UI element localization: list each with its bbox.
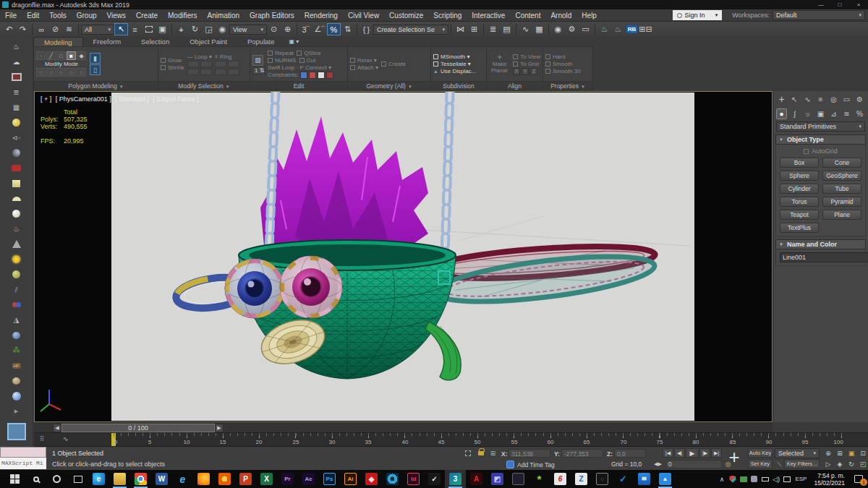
maxscript-mini-listener-white[interactable]: MAXScript Mi — [0, 458, 46, 469]
object-name-field[interactable] — [780, 252, 868, 262]
helpers-category-icon[interactable]: ⊿ — [828, 108, 839, 119]
large-plus-icon[interactable]: + — [722, 448, 746, 468]
sign-in-button[interactable]: Sign In▾ — [673, 10, 723, 20]
check-app-icon[interactable]: ✓ — [613, 470, 634, 488]
space-warps-category-icon[interactable]: ≋ — [841, 108, 852, 119]
layer-manager-icon[interactable]: ≣ — [486, 23, 500, 35]
menu-customize[interactable]: Customize — [384, 12, 428, 20]
photos-app-icon[interactable]: ▲ — [655, 470, 676, 488]
render-production-icon[interactable]: ♨ — [597, 23, 611, 35]
vertex-mode-icon[interactable]: · — [36, 51, 46, 60]
maximize-button[interactable]: □ — [830, 0, 849, 9]
panel-title-modify-selection[interactable]: Modify Selection▼ — [158, 81, 250, 90]
powerpoint-icon[interactable]: P — [235, 470, 256, 488]
geosphere-button[interactable]: GeoSphere — [822, 171, 861, 181]
menu-content[interactable]: Content — [510, 12, 545, 20]
tan-rock-icon[interactable] — [7, 373, 26, 388]
display-tab-icon[interactable]: ▭ — [841, 94, 852, 105]
ring-button[interactable]: ≡ Ring — [215, 53, 239, 60]
shapes-category-icon[interactable]: ∫ — [789, 108, 800, 119]
blue-ring-app-icon[interactable] — [382, 470, 403, 488]
cut-button[interactable]: Cut — [307, 57, 315, 64]
menu-create[interactable]: Create — [131, 12, 163, 20]
menu-edit[interactable]: Edit — [22, 12, 44, 20]
grid-panel-icon[interactable]: ▦ — [7, 100, 26, 115]
panel-collapse-arrow-icon[interactable]: ▶ — [7, 403, 26, 419]
edge-mode-icon[interactable]: ╱ — [46, 51, 56, 60]
panel-title-subdivision[interactable]: Subdivision — [431, 81, 486, 90]
menu-file[interactable]: File — [0, 12, 22, 20]
play-button[interactable]: ▶ — [686, 448, 699, 458]
grass-icon[interactable]: ⁂ — [7, 343, 26, 358]
start-button[interactable] — [4, 470, 25, 488]
pin-stack-icon[interactable]: ▮ — [90, 53, 101, 64]
menu-views[interactable]: Views — [102, 12, 132, 20]
qslice-button[interactable]: QSlice — [304, 50, 321, 56]
menu-rendering[interactable]: Rendering — [299, 12, 343, 20]
repeat-button[interactable]: Repeat — [275, 50, 294, 56]
pyramid-button[interactable]: Pyramid — [822, 197, 861, 207]
zoom-extents-icon[interactable]: ▣ — [846, 448, 856, 458]
media-player-icon[interactable] — [214, 470, 235, 488]
material-editor-icon[interactable]: ◉ — [551, 23, 565, 35]
notification-center-button[interactable]: 1 — [849, 470, 868, 488]
pm-tool-icon-1[interactable]: ◌ — [36, 68, 46, 77]
schematic-view-icon[interactable]: ▦ — [532, 23, 546, 35]
box-primitive-icon[interactable] — [7, 176, 26, 191]
track-bar-dots-icon[interactable]: ⠿ — [40, 435, 45, 442]
select-and-link-icon[interactable]: ∞ — [35, 23, 48, 35]
shrink-button[interactable]: Shrink — [161, 64, 184, 71]
preserve-uvs-icon[interactable]: ▧ — [252, 55, 263, 66]
align-icon[interactable]: ⊞ — [467, 23, 481, 35]
cameras-category-icon[interactable]: ▣ — [815, 108, 826, 119]
swift-loop-button[interactable]: Swift Loop — [268, 64, 294, 71]
dark-circle-app-icon[interactable] — [508, 470, 529, 488]
select-and-scale-icon[interactable]: ◲ — [202, 23, 216, 35]
viewport-shading-menu[interactable]: [ Standard ] — [115, 95, 149, 103]
3ds-max-icon[interactable]: 3 — [445, 470, 466, 488]
menu-help[interactable]: Help — [576, 12, 602, 20]
cylinder-button[interactable]: Cylinder — [780, 184, 819, 194]
element-mode-icon[interactable]: ◆ — [77, 51, 86, 60]
render-gallery-icon[interactable]: ⊞⊟ — [639, 23, 652, 35]
cortana-button[interactable] — [46, 470, 67, 488]
tab-object-paint[interactable]: Object Paint — [179, 37, 237, 46]
cone-button[interactable]: Cone — [822, 158, 861, 168]
systems-category-icon[interactable]: % — [854, 108, 865, 119]
previous-frame-button[interactable]: ◀| — [674, 448, 685, 458]
nurms-button[interactable]: NURMS — [275, 57, 296, 64]
sphere-button[interactable]: Sphere — [780, 171, 819, 181]
panel-title-polygon-modeling[interactable]: Polygon Modeling▼ — [34, 81, 158, 90]
torus-button[interactable]: Torus — [780, 197, 819, 207]
curve-editor-icon[interactable]: ∿ — [519, 23, 532, 35]
border-mode-icon[interactable]: □ — [56, 51, 66, 60]
plus-icon[interactable]: + — [776, 94, 787, 105]
box-button[interactable]: Box — [780, 158, 819, 168]
redo-icon[interactable]: ↷ — [16, 23, 30, 35]
defender-shield-icon[interactable] — [727, 476, 738, 483]
select-and-place-icon[interactable]: ◉ — [216, 23, 229, 35]
name-color-rollout-header[interactable]: ▼Name and Color — [775, 239, 866, 249]
obs-icon[interactable]: ◌ — [592, 470, 613, 488]
menu-modifiers[interactable]: Modifiers — [163, 12, 203, 20]
msmooth-button[interactable]: MSmooth ▾ — [433, 53, 476, 60]
key-mode-toggle-icon[interactable]: ◀▶ — [653, 460, 663, 468]
select-and-manipulate-icon[interactable]: ⊕ — [281, 23, 294, 35]
active-viewport-layout-button[interactable] — [7, 423, 26, 440]
geometry-category-icon[interactable]: ● — [776, 108, 787, 119]
current-frame-field[interactable] — [665, 460, 722, 468]
premiere-icon[interactable]: Pr — [277, 470, 298, 488]
pm-tool-icon-3[interactable]: ◌ — [56, 68, 66, 77]
p-connect-button[interactable]: P Connect — [299, 64, 326, 71]
unlink-selection-icon[interactable]: ⊘ — [48, 23, 62, 35]
lights-category-icon[interactable]: ☼ — [802, 108, 813, 119]
mail-app-icon[interactable]: ✉ — [634, 470, 655, 488]
make-planar-button[interactable]: ✛Make Planar — [489, 54, 510, 74]
cone-primitive-icon[interactable] — [7, 236, 26, 252]
use-displacement-button[interactable]: ▲Use Displac... — [433, 68, 476, 74]
dark-app-icon[interactable]: ✓ — [424, 470, 445, 488]
tab-populate[interactable]: Populate — [237, 37, 285, 46]
zoom-all-icon[interactable]: ⊞ — [835, 448, 845, 458]
menu-interactive[interactable]: Interactive — [467, 12, 510, 20]
panel-title-edit[interactable]: Edit — [250, 81, 347, 90]
